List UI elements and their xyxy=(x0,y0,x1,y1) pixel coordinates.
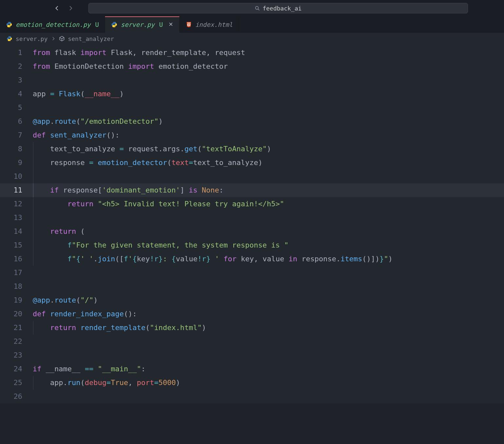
line-content[interactable]: @app.route("/emotionDetector") xyxy=(33,115,163,128)
line-content[interactable]: app.run(debug=True, port=5000) xyxy=(33,376,180,390)
tab-emotion-detection[interactable]: emotion_detection.py U xyxy=(0,16,105,33)
code-line-15[interactable]: 15 f"For the given statement, the system… xyxy=(0,238,504,252)
close-icon xyxy=(168,22,173,27)
line-content[interactable]: from EmotionDetection import emotion_det… xyxy=(33,60,228,73)
tab-close-button[interactable] xyxy=(168,21,173,28)
code-line-10[interactable]: 10 xyxy=(0,170,504,183)
code-line-13[interactable]: 13 xyxy=(0,211,504,225)
code-line-19[interactable]: 19@app.route("/") xyxy=(0,293,504,307)
line-number: 7 xyxy=(0,128,33,142)
line-number: 23 xyxy=(0,348,33,362)
line-number: 25 xyxy=(0,376,33,390)
breadcrumb-symbol[interactable]: sent_analyzer xyxy=(68,35,114,42)
line-number: 15 xyxy=(0,238,33,252)
code-line-21[interactable]: 21 return render_template("index.html") xyxy=(0,321,504,335)
code-line-22[interactable]: 22 xyxy=(0,335,504,348)
line-number: 17 xyxy=(0,266,33,280)
code-line-26[interactable]: 26 xyxy=(0,390,504,403)
python-icon xyxy=(7,36,12,42)
code-line-5[interactable]: 5 xyxy=(0,101,504,115)
code-line-3[interactable]: 3 xyxy=(0,73,504,87)
breadcrumb-file[interactable]: server.py xyxy=(16,35,48,42)
line-content[interactable]: from flask import Flask, render_template… xyxy=(33,46,245,60)
code-line-9[interactable]: 9 response = emotion_detector(text=text_… xyxy=(0,156,504,170)
code-line-6[interactable]: 6@app.route("/emotionDetector") xyxy=(0,115,504,128)
python-icon xyxy=(111,21,117,28)
line-content[interactable]: if __name__ == "__main__": xyxy=(33,362,145,376)
code-line-17[interactable]: 17 xyxy=(0,266,504,280)
line-number: 22 xyxy=(0,335,33,348)
chevron-right-icon xyxy=(51,36,56,41)
tab-server[interactable]: server.py U xyxy=(105,16,179,33)
code-line-7[interactable]: 7def sent_analyzer(): xyxy=(0,128,504,142)
line-number: 10 xyxy=(0,170,33,183)
line-number: 12 xyxy=(0,197,33,211)
code-line-16[interactable]: 16 f"{' '.join([f'{key!r}: {value!r} ' f… xyxy=(0,252,504,266)
line-content[interactable]: @app.route("/") xyxy=(33,293,98,307)
line-content[interactable] xyxy=(33,170,50,183)
line-number: 14 xyxy=(0,225,33,238)
line-content[interactable]: response = emotion_detector(text=text_to… xyxy=(33,156,262,170)
tab-label: emotion_detection.py xyxy=(16,21,91,28)
code-editor[interactable]: 1from flask import Flask, render_templat… xyxy=(0,45,504,403)
code-line-4[interactable]: 4app = Flask(__name__) xyxy=(0,87,504,101)
code-line-11[interactable]: 11 if response['dominant_emotion'] is No… xyxy=(0,183,504,197)
nav-back-button[interactable] xyxy=(54,5,60,11)
line-number: 2 xyxy=(0,60,33,73)
symbol-function-icon xyxy=(59,36,65,42)
code-line-12[interactable]: 12 return "<h5> Invalid text! Please try… xyxy=(0,197,504,211)
line-content[interactable]: text_to_analyze = request.args.get("text… xyxy=(33,142,271,156)
line-number: 26 xyxy=(0,390,33,403)
search-text: feedback_ai xyxy=(262,5,301,12)
line-number: 1 xyxy=(0,46,33,60)
line-number: 3 xyxy=(0,73,33,87)
line-content[interactable]: f"{' '.join([f'{key!r}: {value!r} ' for … xyxy=(33,252,393,266)
line-number: 24 xyxy=(0,362,33,376)
svg-line-1 xyxy=(258,9,260,10)
search-icon xyxy=(255,6,260,11)
breadcrumb[interactable]: server.py sent_analyzer xyxy=(0,33,504,45)
python-icon xyxy=(6,21,12,28)
line-number: 16 xyxy=(0,252,33,266)
line-number: 5 xyxy=(0,101,33,115)
line-number: 9 xyxy=(0,156,33,170)
nav-arrows xyxy=(54,5,74,11)
tab-index-html[interactable]: index.html xyxy=(180,16,239,33)
code-line-2[interactable]: 2from EmotionDetection import emotion_de… xyxy=(0,60,504,73)
tab-bar: emotion_detection.py U server.py U index… xyxy=(0,16,504,33)
line-number: 20 xyxy=(0,307,33,321)
code-line-1[interactable]: 1from flask import Flask, render_templat… xyxy=(0,46,504,60)
title-bar: feedback_ai xyxy=(0,0,504,16)
code-line-25[interactable]: 25 app.run(debug=True, port=5000) xyxy=(0,376,504,390)
arrow-right-icon xyxy=(68,5,74,11)
line-content[interactable]: def sent_analyzer(): xyxy=(33,128,119,142)
command-center-search[interactable]: feedback_ai xyxy=(88,3,468,13)
line-number: 13 xyxy=(0,211,33,225)
code-line-20[interactable]: 20def render_index_page(): xyxy=(0,307,504,321)
line-content[interactable]: return render_template("index.html") xyxy=(33,321,206,335)
tab-status: U xyxy=(95,21,99,28)
code-line-24[interactable]: 24if __name__ == "__main__": xyxy=(0,362,504,376)
code-line-18[interactable]: 18 xyxy=(0,280,504,293)
line-number: 6 xyxy=(0,115,33,128)
line-number: 19 xyxy=(0,293,33,307)
code-line-8[interactable]: 8 text_to_analyze = request.args.get("te… xyxy=(0,142,504,156)
line-content[interactable] xyxy=(33,211,50,225)
line-content[interactable]: def render_index_page(): xyxy=(33,307,137,321)
line-content[interactable]: app = Flask(__name__) xyxy=(33,87,124,101)
line-number: 11 xyxy=(0,183,33,197)
tab-label: server.py xyxy=(121,21,154,28)
tab-label: index.html xyxy=(195,21,233,28)
code-line-14[interactable]: 14 return ( xyxy=(0,225,504,238)
code-line-23[interactable]: 23 xyxy=(0,348,504,362)
line-number: 18 xyxy=(0,280,33,293)
arrow-left-icon xyxy=(54,5,60,11)
line-content[interactable]: return "<h5> Invalid text! Please try ag… xyxy=(33,197,284,211)
nav-forward-button[interactable] xyxy=(67,5,74,11)
line-content[interactable]: if response['dominant_emotion'] is None: xyxy=(33,183,224,197)
line-content[interactable]: return ( xyxy=(33,225,85,238)
line-content[interactable]: f"For the given statement, the system re… xyxy=(33,238,288,252)
line-number: 21 xyxy=(0,321,33,335)
tab-status: U xyxy=(159,21,163,28)
line-number: 8 xyxy=(0,142,33,156)
